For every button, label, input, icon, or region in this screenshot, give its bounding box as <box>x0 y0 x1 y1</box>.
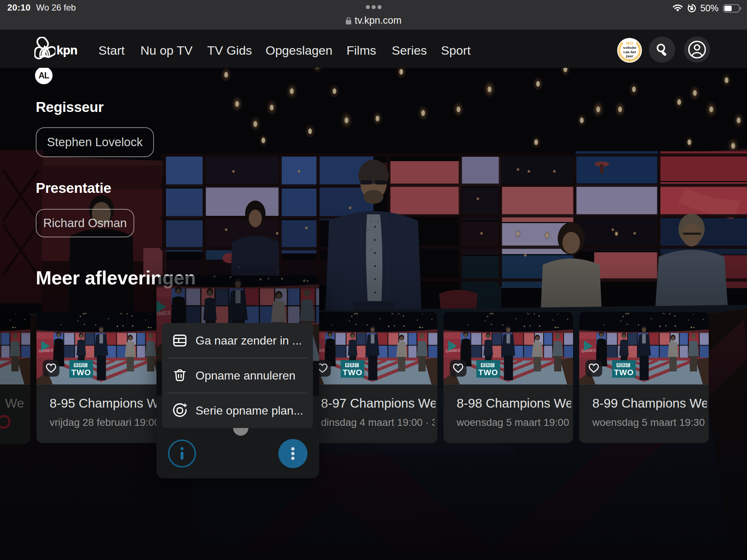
svg-text:2023: 2023 <box>626 41 633 45</box>
svg-text:B: B <box>79 363 82 367</box>
svg-text:B: B <box>74 363 77 367</box>
svg-text:TWO: TWO <box>71 368 91 377</box>
svg-text:TWO: TWO <box>342 368 362 377</box>
svg-text:TWO: TWO <box>478 368 498 377</box>
svg-text:jaar: jaar <box>626 54 633 58</box>
svg-text:TWO: TWO <box>614 368 634 377</box>
svg-text:B: B <box>481 363 484 367</box>
svg-text:B: B <box>617 363 620 367</box>
svg-text:B: B <box>351 363 353 367</box>
svg-text:C: C <box>84 363 86 367</box>
svg-text:C: C <box>355 363 358 367</box>
svg-text:B: B <box>486 363 489 367</box>
svg-text:website: website <box>623 45 636 50</box>
svg-text:B: B <box>622 363 624 367</box>
svg-text:B: B <box>346 363 348 367</box>
svg-text:C: C <box>627 363 629 367</box>
svg-text:van het: van het <box>623 50 636 54</box>
svg-text:C: C <box>491 363 494 367</box>
